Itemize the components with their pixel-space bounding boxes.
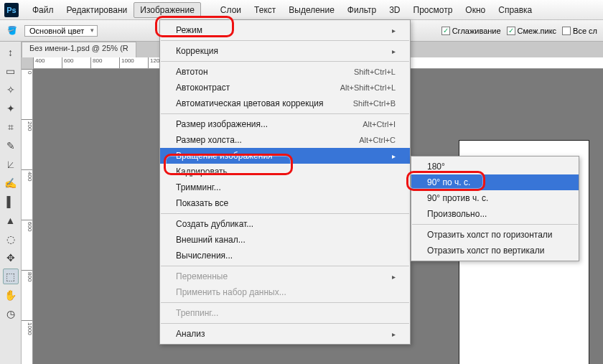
menu-item-label: Применить набор данных... [176, 287, 286, 297]
image-menu-item-6[interactable]: Автоматическая цветовая коррекцияShift+C… [160, 95, 410, 111]
menu-файл[interactable]: Файл [26, 2, 60, 18]
submenu-arrow-icon: ▸ [392, 273, 396, 281]
bucket-icon: 🪣 [6, 24, 19, 37]
menu-shortcut: Alt+Shift+Ctrl+L [340, 83, 396, 92]
image-menu-item-11[interactable]: Кадрировать [160, 164, 410, 179]
tool-11[interactable]: ✥ [3, 250, 19, 266]
menu-item-label: Отразить холст по вертикали [427, 246, 544, 256]
menu-shortcut: Alt+Ctrl+C [359, 136, 396, 144]
menu-item-label: Автотон [176, 67, 208, 77]
menu-item-label: Размер изображения... [176, 119, 268, 129]
menu-item-label: Тримминг... [176, 182, 221, 192]
menu-фильтр[interactable]: Фильтр [341, 2, 383, 18]
image-menu-item-17[interactable]: Вычисления... [160, 248, 410, 263]
menu-item-label: Отразить холст по горизонтали [427, 230, 553, 240]
fill-mode-select[interactable]: Основной цвет [24, 25, 98, 37]
menu-item-label: Показать все [176, 198, 228, 208]
menu-item-label: Кадрировать [176, 167, 228, 177]
antialias-label: Сглаживание [452, 27, 501, 35]
contiguous-checkbox[interactable]: ✓Смеж.пикс [507, 27, 556, 35]
menu-item-label: Вычисления... [176, 251, 233, 261]
tool-7[interactable]: ✍ [3, 175, 19, 191]
rotation-submenu-item-0[interactable]: 180° [411, 159, 579, 174]
menu-item-label: Размер холста... [176, 135, 242, 145]
image-menu-item-22: Треппинг... [160, 305, 410, 321]
contiguous-label: Смеж.пикс [518, 27, 556, 35]
tool-3[interactable]: ✦ [3, 101, 19, 116]
menu-item-label: Автоконтраст [176, 83, 230, 93]
rotation-submenu[interactable]: 180°90° по ч. с.90° против ч. с.Произвол… [411, 156, 579, 261]
app-logo: Ps [4, 3, 19, 17]
tool-1[interactable]: ▭ [3, 63, 19, 79]
menu-3d[interactable]: 3D [383, 2, 406, 18]
tool-14[interactable]: ◷ [3, 306, 19, 322]
document-tab[interactable]: Без имени-1.psd @ 25% (R [22, 42, 136, 57]
menu-item-label: Треппинг... [176, 308, 218, 318]
submenu-arrow-icon: ▸ [392, 27, 396, 34]
image-menu-item-19: Переменные▸ [160, 269, 410, 284]
image-menu[interactable]: Режим▸Коррекция▸АвтотонShift+Ctrl+LАвток… [159, 19, 411, 345]
tool-2[interactable]: ✧ [3, 82, 19, 98]
rotation-submenu-item-6[interactable]: Отразить холст по вертикали [411, 243, 579, 258]
tools-panel: ↕▭✧✦⌗✎⟀✍▌▲◌✥⬚✋◷ [0, 42, 22, 364]
image-menu-item-20: Применить набор данных... [160, 284, 410, 300]
image-menu-item-15[interactable]: Создать дубликат... [160, 216, 410, 232]
image-menu-item-8[interactable]: Размер изображения...Alt+Ctrl+I [160, 116, 410, 132]
image-menu-item-12[interactable]: Тримминг... [160, 179, 410, 195]
menu-shortcut: Shift+Ctrl+L [354, 67, 396, 76]
image-menu-item-24[interactable]: Анализ▸ [160, 326, 410, 342]
menu-item-label: Коррекция [176, 46, 218, 56]
image-menu-item-2[interactable]: Коррекция▸ [160, 43, 410, 59]
tool-5[interactable]: ✎ [3, 138, 19, 154]
menu-просмотр[interactable]: Просмотр [407, 2, 459, 18]
menu-item-label: Режим [176, 25, 202, 35]
submenu-arrow-icon: ▸ [392, 330, 396, 338]
image-menu-item-16[interactable]: Внешний канал... [160, 232, 410, 248]
menubar: Ps ФайлРедактированиИзображениеСлоиТекст… [0, 0, 603, 20]
rotation-submenu-item-1[interactable]: 90° по ч. с. [411, 174, 579, 190]
menu-текст[interactable]: Текст [248, 2, 282, 18]
tool-8[interactable]: ▌ [3, 194, 19, 210]
menu-изображение[interactable]: Изображение [134, 2, 201, 18]
submenu-arrow-icon: ▸ [392, 152, 396, 160]
tool-10[interactable]: ◌ [3, 231, 19, 247]
rotation-submenu-item-2[interactable]: 90° против ч. с. [411, 190, 579, 206]
image-menu-item-0[interactable]: Режим▸ [160, 22, 410, 38]
rotation-submenu-item-3[interactable]: Произвольно... [411, 206, 579, 222]
menu-item-label: Создать дубликат... [176, 219, 253, 229]
menu-item-label: Вращение изображения [176, 151, 273, 161]
rotation-submenu-item-5[interactable]: Отразить холст по горизонтали [411, 227, 579, 243]
antialias-checkbox[interactable]: ✓Сглаживание [441, 27, 501, 35]
menu-shortcut: Alt+Ctrl+I [363, 120, 396, 129]
menu-item-label: 90° по ч. с. [427, 177, 470, 187]
menu-item-label: Произвольно... [427, 209, 487, 219]
all-layers-checkbox[interactable]: Все сл [562, 27, 597, 35]
menu-окно[interactable]: Окно [459, 2, 492, 18]
tool-9[interactable]: ▲ [3, 213, 19, 228]
menu-справка[interactable]: Справка [492, 2, 538, 18]
menu-item-label: Переменные [176, 271, 228, 281]
all-layers-label: Все сл [573, 27, 597, 35]
image-menu-item-9[interactable]: Размер холста...Alt+Ctrl+C [160, 132, 410, 148]
menu-редактировани[interactable]: Редактировани [60, 2, 134, 18]
tool-13[interactable]: ✋ [3, 287, 19, 303]
menu-item-label: Анализ [176, 329, 205, 339]
tool-0[interactable]: ↕ [3, 45, 19, 60]
menu-слои[interactable]: Слои [214, 2, 248, 18]
menu-item-label: 180° [427, 162, 445, 172]
menu-item-label: Автоматическая цветовая коррекция [176, 98, 324, 108]
menu-выделение[interactable]: Выделение [282, 2, 341, 18]
tool-4[interactable]: ⌗ [3, 119, 19, 135]
ruler-vertical: 02004006008001000 [22, 69, 33, 364]
menu-item-label: Внешний канал... [176, 235, 246, 245]
menu-item-label: 90° против ч. с. [427, 193, 488, 203]
menu-shortcut: Shift+Ctrl+B [353, 99, 396, 108]
image-menu-item-4[interactable]: АвтотонShift+Ctrl+L [160, 64, 410, 80]
tool-12[interactable]: ⬚ [3, 269, 19, 284]
submenu-arrow-icon: ▸ [392, 47, 396, 55]
tool-6[interactable]: ⟀ [3, 157, 19, 172]
image-menu-item-10[interactable]: Вращение изображения▸ [160, 148, 410, 164]
image-menu-item-13[interactable]: Показать все [160, 195, 410, 211]
image-menu-item-5[interactable]: АвтоконтрастAlt+Shift+Ctrl+L [160, 80, 410, 95]
